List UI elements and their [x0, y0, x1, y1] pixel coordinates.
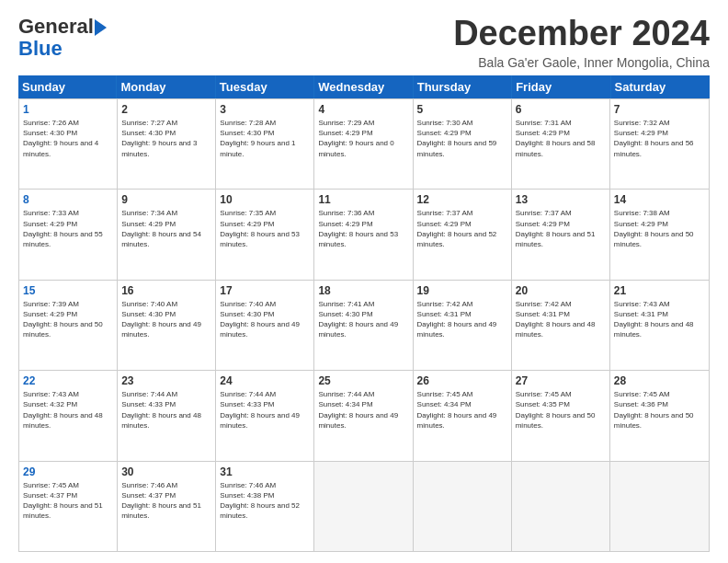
day-number: 21 — [614, 283, 705, 298]
calendar-cell: 13Sunrise: 7:37 AMSunset: 4:29 PMDayligh… — [512, 190, 610, 279]
day-number: 16 — [121, 283, 211, 298]
day-number: 27 — [516, 373, 606, 388]
calendar-cell: 28Sunrise: 7:45 AMSunset: 4:36 PMDayligh… — [610, 371, 709, 460]
calendar-cell: 6Sunrise: 7:31 AMSunset: 4:29 PMDaylight… — [512, 99, 610, 189]
calendar-cell: 12Sunrise: 7:37 AMSunset: 4:29 PMDayligh… — [414, 190, 512, 279]
cell-info: Sunrise: 7:33 AMSunset: 4:29 PMDaylight:… — [23, 208, 113, 249]
cell-info: Sunrise: 7:38 AMSunset: 4:29 PMDaylight:… — [614, 208, 705, 249]
logo-blue: Blue — [18, 39, 92, 59]
cell-info: Sunrise: 7:45 AMSunset: 4:35 PMDaylight:… — [516, 389, 606, 431]
calendar-row-4: 22Sunrise: 7:43 AMSunset: 4:32 PMDayligh… — [19, 371, 709, 461]
header-day-sunday: Sunday — [18, 75, 117, 98]
header-day-thursday: Thursday — [414, 75, 512, 98]
calendar-row-5: 29Sunrise: 7:45 AMSunset: 4:37 PMDayligh… — [19, 462, 709, 551]
day-number: 3 — [220, 102, 310, 117]
header: General Blue December 2024 Bala Ga'er Ga… — [18, 15, 710, 70]
cell-info: Sunrise: 7:43 AMSunset: 4:31 PMDaylight:… — [614, 299, 705, 340]
cell-info: Sunrise: 7:44 AMSunset: 4:34 PMDaylight:… — [318, 389, 408, 431]
calendar-cell: 11Sunrise: 7:36 AMSunset: 4:29 PMDayligh… — [314, 190, 413, 279]
day-number: 31 — [220, 465, 310, 479]
cell-info: Sunrise: 7:46 AMSunset: 4:38 PMDaylight:… — [220, 480, 310, 522]
calendar-cell: 19Sunrise: 7:42 AMSunset: 4:31 PMDayligh… — [414, 281, 512, 370]
cell-info: Sunrise: 7:32 AMSunset: 4:29 PMDaylight:… — [614, 118, 705, 159]
month-title: December 2024 — [453, 15, 710, 53]
calendar-cell: 22Sunrise: 7:43 AMSunset: 4:32 PMDayligh… — [19, 371, 118, 460]
cell-info: Sunrise: 7:44 AMSunset: 4:33 PMDaylight:… — [220, 389, 310, 431]
cell-info: Sunrise: 7:41 AMSunset: 4:30 PMDaylight:… — [318, 299, 408, 340]
calendar-cell: 5Sunrise: 7:30 AMSunset: 4:29 PMDaylight… — [414, 99, 512, 189]
day-number: 17 — [220, 283, 310, 298]
cell-info: Sunrise: 7:42 AMSunset: 4:31 PMDaylight:… — [516, 299, 606, 340]
cell-info: Sunrise: 7:28 AMSunset: 4:30 PMDaylight:… — [220, 118, 310, 159]
day-number: 19 — [417, 283, 507, 298]
day-number: 6 — [516, 102, 606, 117]
day-number: 30 — [121, 465, 211, 479]
cell-info: Sunrise: 7:34 AMSunset: 4:29 PMDaylight:… — [121, 208, 211, 249]
calendar-cell: 29Sunrise: 7:45 AMSunset: 4:37 PMDayligh… — [19, 462, 118, 551]
logo-general: General — [18, 15, 94, 38]
cell-info: Sunrise: 7:37 AMSunset: 4:29 PMDaylight:… — [417, 208, 507, 249]
calendar-cell: 8Sunrise: 7:33 AMSunset: 4:29 PMDaylight… — [19, 190, 118, 279]
header-day-tuesday: Tuesday — [216, 75, 314, 98]
day-number: 26 — [417, 373, 507, 388]
calendar-cell — [512, 462, 610, 551]
day-number: 24 — [220, 373, 310, 388]
cell-info: Sunrise: 7:45 AMSunset: 4:36 PMDaylight:… — [614, 389, 705, 431]
calendar-cell — [314, 462, 413, 551]
day-number: 14 — [614, 192, 705, 207]
calendar-cell: 16Sunrise: 7:40 AMSunset: 4:30 PMDayligh… — [118, 281, 216, 370]
calendar-cell: 18Sunrise: 7:41 AMSunset: 4:30 PMDayligh… — [314, 281, 413, 370]
day-number: 29 — [23, 465, 113, 479]
cell-info: Sunrise: 7:37 AMSunset: 4:29 PMDaylight:… — [516, 208, 606, 249]
cell-info: Sunrise: 7:31 AMSunset: 4:29 PMDaylight:… — [516, 118, 606, 159]
cell-info: Sunrise: 7:46 AMSunset: 4:37 PMDaylight:… — [121, 480, 211, 522]
calendar-cell: 1Sunrise: 7:26 AMSunset: 4:30 PMDaylight… — [19, 99, 118, 189]
day-number: 5 — [417, 102, 507, 117]
day-number: 9 — [121, 192, 211, 207]
calendar-cell: 9Sunrise: 7:34 AMSunset: 4:29 PMDaylight… — [118, 190, 216, 279]
calendar-cell: 15Sunrise: 7:39 AMSunset: 4:29 PMDayligh… — [19, 281, 118, 370]
calendar-body: 1Sunrise: 7:26 AMSunset: 4:30 PMDaylight… — [18, 98, 710, 552]
calendar-cell: 10Sunrise: 7:35 AMSunset: 4:29 PMDayligh… — [216, 190, 314, 279]
calendar-cell — [610, 462, 709, 551]
calendar-cell: 24Sunrise: 7:44 AMSunset: 4:33 PMDayligh… — [216, 371, 314, 460]
calendar-cell: 23Sunrise: 7:44 AMSunset: 4:33 PMDayligh… — [118, 371, 216, 460]
calendar-cell: 17Sunrise: 7:40 AMSunset: 4:30 PMDayligh… — [216, 281, 314, 370]
day-number: 15 — [23, 283, 113, 298]
calendar-header: SundayMondayTuesdayWednesdayThursdayFrid… — [18, 75, 710, 98]
cell-info: Sunrise: 7:29 AMSunset: 4:29 PMDaylight:… — [318, 118, 408, 159]
cell-info: Sunrise: 7:27 AMSunset: 4:30 PMDaylight:… — [121, 118, 211, 159]
calendar-cell: 30Sunrise: 7:46 AMSunset: 4:37 PMDayligh… — [118, 462, 216, 551]
day-number: 20 — [516, 283, 606, 298]
calendar-cell: 20Sunrise: 7:42 AMSunset: 4:31 PMDayligh… — [512, 281, 610, 370]
cell-info: Sunrise: 7:30 AMSunset: 4:29 PMDaylight:… — [417, 118, 507, 159]
cell-info: Sunrise: 7:43 AMSunset: 4:32 PMDaylight:… — [23, 389, 113, 431]
calendar-cell: 31Sunrise: 7:46 AMSunset: 4:38 PMDayligh… — [216, 462, 314, 551]
cell-info: Sunrise: 7:45 AMSunset: 4:34 PMDaylight:… — [417, 389, 507, 431]
logo: General Blue — [18, 15, 92, 59]
calendar-cell: 4Sunrise: 7:29 AMSunset: 4:29 PMDaylight… — [314, 99, 413, 189]
day-number: 2 — [121, 102, 211, 117]
cell-info: Sunrise: 7:40 AMSunset: 4:30 PMDaylight:… — [220, 299, 310, 340]
day-number: 13 — [516, 192, 606, 207]
calendar-row-1: 1Sunrise: 7:26 AMSunset: 4:30 PMDaylight… — [19, 99, 709, 190]
calendar-cell — [414, 462, 512, 551]
calendar-cell: 21Sunrise: 7:43 AMSunset: 4:31 PMDayligh… — [610, 281, 709, 370]
day-number: 12 — [417, 192, 507, 207]
cell-info: Sunrise: 7:44 AMSunset: 4:33 PMDaylight:… — [121, 389, 211, 431]
cell-info: Sunrise: 7:39 AMSunset: 4:29 PMDaylight:… — [23, 299, 113, 340]
page: General Blue December 2024 Bala Ga'er Ga… — [0, 0, 728, 563]
calendar-cell: 25Sunrise: 7:44 AMSunset: 4:34 PMDayligh… — [314, 371, 413, 460]
day-number: 11 — [318, 192, 408, 207]
cell-info: Sunrise: 7:36 AMSunset: 4:29 PMDaylight:… — [318, 208, 408, 249]
calendar-cell: 7Sunrise: 7:32 AMSunset: 4:29 PMDaylight… — [610, 99, 709, 189]
cell-info: Sunrise: 7:42 AMSunset: 4:31 PMDaylight:… — [417, 299, 507, 340]
day-number: 18 — [318, 283, 408, 298]
calendar-row-2: 8Sunrise: 7:33 AMSunset: 4:29 PMDaylight… — [19, 190, 709, 280]
day-number: 8 — [23, 192, 113, 207]
calendar-cell: 26Sunrise: 7:45 AMSunset: 4:34 PMDayligh… — [414, 371, 512, 460]
day-number: 23 — [121, 373, 211, 388]
logo-arrow-icon — [95, 19, 107, 36]
calendar-cell: 2Sunrise: 7:27 AMSunset: 4:30 PMDaylight… — [118, 99, 216, 189]
calendar-row-3: 15Sunrise: 7:39 AMSunset: 4:29 PMDayligh… — [19, 281, 709, 371]
